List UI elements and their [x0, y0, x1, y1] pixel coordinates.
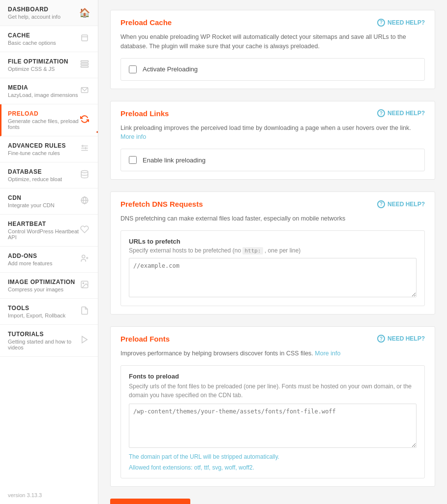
- preload-fonts-desc: Improves performance by helping browsers…: [111, 347, 435, 365]
- tools-icon: [79, 306, 90, 317]
- help-circle-icon-3: ?: [377, 200, 385, 208]
- main-content: Preload Cache ? NEED HELP? When you enab…: [98, 0, 447, 504]
- sidebar-item-heartbeat[interactable]: HEARTBEAT Control WordPress Heartbeat AP…: [0, 215, 98, 247]
- svg-marker-18: [82, 336, 88, 343]
- prefetch-dns-field-label: URLs to prefetch: [129, 238, 417, 245]
- prefetch-dns-textarea-box: URLs to prefetch Specify external hosts …: [120, 230, 425, 306]
- sidebar-item-file-optimization[interactable]: FILE OPTIMIZATION Optimize CSS & JS: [0, 52, 98, 78]
- preload-fonts-hint-1: The domain part of the URL will be strip…: [129, 453, 417, 460]
- advanced-rules-icon: [79, 144, 90, 155]
- sidebar: DASHBOARD Get help, account info 🏠 CACHE…: [0, 0, 98, 504]
- activate-preloading-label[interactable]: Activate Preloading: [143, 65, 198, 73]
- cdn-icon: [79, 196, 90, 207]
- preload-links-desc: Link preloading improves the perceived l…: [111, 122, 435, 149]
- preload-fonts-more-info[interactable]: More info: [315, 350, 340, 357]
- heartbeat-icon: [79, 225, 90, 236]
- sidebar-item-media[interactable]: MEDIA LazyLoad, image dimensions: [0, 78, 98, 104]
- preload-fonts-section: Preload Fonts ? NEED HELP? Improves perf…: [110, 326, 435, 487]
- cache-icon: [79, 33, 90, 45]
- preload-fonts-body: Fonts to preload Specify urls of the fon…: [111, 365, 435, 486]
- media-icon: [79, 86, 90, 97]
- image-optimization-icon: [79, 280, 90, 291]
- sidebar-item-add-ons[interactable]: ADD-ONS Add more features: [0, 247, 98, 273]
- preload-links-more-info[interactable]: More info: [120, 133, 146, 140]
- sidebar-item-dashboard[interactable]: DASHBOARD Get help, account info 🏠: [0, 0, 98, 26]
- prefetch-dns-section: Prefetch DNS Requests ? NEED HELP? DNS p…: [110, 191, 435, 315]
- add-ons-icon: [79, 254, 90, 265]
- svg-rect-3: [81, 63, 89, 64]
- sidebar-item-image-optimization[interactable]: IMAGE OPTIMIZATION Compress your images: [0, 273, 98, 299]
- preload-links-header: Preload Links ? NEED HELP?: [111, 101, 435, 122]
- preload-fonts-hint-2: Allowed font extensions: otf, ttf, svg, …: [129, 464, 417, 471]
- svg-rect-2: [81, 61, 89, 62]
- prefetch-dns-body: URLs to prefetch Specify external hosts …: [111, 230, 435, 314]
- sidebar-item-preload[interactable]: PRELOAD Generate cache files, preload fo…: [0, 104, 98, 136]
- svg-point-13: [82, 255, 85, 258]
- help-circle-icon: ?: [377, 19, 385, 27]
- sidebar-item-cdn[interactable]: CDN Integrate your CDN: [0, 189, 98, 215]
- svg-rect-0: [82, 35, 88, 41]
- svg-point-17: [83, 283, 84, 284]
- svg-point-11: [81, 170, 88, 173]
- save-changes-button[interactable]: SAVE CHANGES: [110, 499, 190, 504]
- sidebar-item-tutorials[interactable]: TUTORIALS Getting started and how to vid…: [0, 325, 98, 357]
- preload-links-need-help[interactable]: ? NEED HELP?: [377, 109, 425, 117]
- prefetch-dns-textarea[interactable]: [129, 258, 417, 297]
- preload-fonts-title: Preload Fonts: [120, 335, 170, 343]
- preload-fonts-field-desc: Specify urls of the font files to be pre…: [129, 382, 417, 400]
- file-optimization-icon: [79, 60, 90, 71]
- preload-cache-body: Activate Preloading: [111, 58, 435, 89]
- enable-link-preloading-label[interactable]: Enable link preloading: [143, 157, 206, 164]
- prefetch-dns-header: Prefetch DNS Requests ? NEED HELP?: [111, 192, 435, 212]
- http-code: http:: [242, 247, 263, 254]
- preload-fonts-textarea-box: Fonts to preload Specify urls of the fon…: [120, 365, 425, 478]
- preload-links-section: Preload Links ? NEED HELP? Link preloadi…: [110, 101, 435, 180]
- preload-cache-desc: When you enable preloading WP Rocket wil…: [111, 31, 435, 58]
- enable-link-preloading-checkbox[interactable]: [129, 156, 137, 164]
- prefetch-dns-desc: DNS prefetching can make external files …: [111, 212, 435, 230]
- prefetch-dns-title: Prefetch DNS Requests: [120, 200, 203, 208]
- sidebar-item-advanced-rules[interactable]: ADVANCED RULES Fine-tune cache rules: [0, 136, 98, 162]
- preload-cache-header: Preload Cache ? NEED HELP?: [111, 10, 435, 31]
- prefetch-dns-need-help[interactable]: ? NEED HELP?: [377, 200, 425, 208]
- preload-links-body: Enable link preloading: [111, 149, 435, 179]
- tutorials-icon: [79, 335, 90, 346]
- preload-fonts-textarea[interactable]: [129, 404, 417, 448]
- help-circle-icon-2: ?: [377, 109, 385, 117]
- prefetch-dns-field-desc: Specify external hosts to be prefetched …: [129, 247, 417, 254]
- preload-links-title: Preload Links: [120, 109, 169, 118]
- svg-rect-4: [81, 65, 89, 67]
- preload-icon: [79, 115, 90, 126]
- preload-cache-title: Preload Cache: [120, 18, 172, 27]
- activate-preloading-option: Activate Preloading: [120, 58, 425, 81]
- preload-fonts-header: Preload Fonts ? NEED HELP?: [111, 327, 435, 347]
- activate-preloading-checkbox[interactable]: [129, 65, 137, 73]
- home-icon: 🏠: [79, 7, 90, 18]
- enable-link-preloading-option: Enable link preloading: [120, 149, 425, 171]
- preload-fonts-need-help[interactable]: ? NEED HELP?: [377, 335, 425, 343]
- preload-cache-need-help[interactable]: ? NEED HELP?: [377, 19, 425, 27]
- sidebar-item-tools[interactable]: TOOLS Import, Export, Rollback: [0, 299, 98, 325]
- version-label: version 3.13.3: [0, 486, 98, 504]
- database-icon: [79, 170, 90, 181]
- preload-cache-section: Preload Cache ? NEED HELP? When you enab…: [110, 10, 435, 89]
- help-circle-icon-4: ?: [377, 335, 385, 343]
- preload-fonts-field-label: Fonts to preload: [129, 373, 417, 380]
- sidebar-item-cache[interactable]: CACHE Basic cache options: [0, 26, 98, 52]
- sidebar-item-database[interactable]: DATABASE Optimize, reduce bloat: [0, 162, 98, 189]
